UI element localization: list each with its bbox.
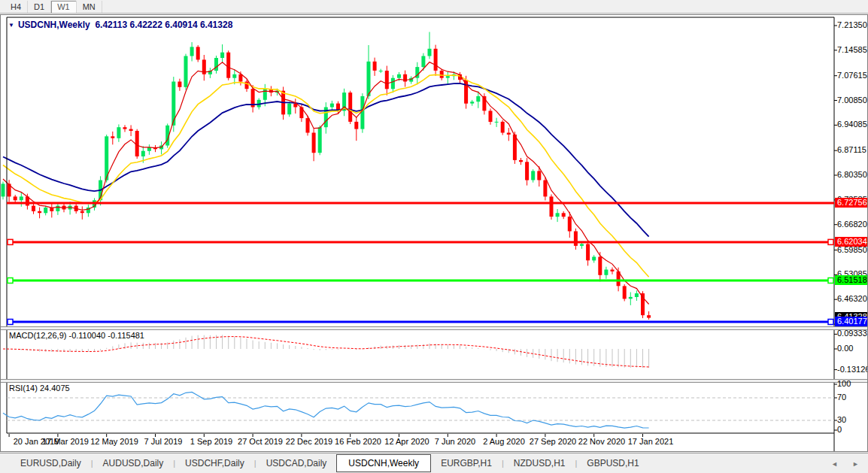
hline-marker[interactable]: [8, 320, 13, 325]
candle-body: [604, 270, 608, 275]
candle-body: [373, 62, 377, 71]
chart-tab-bar: EURUSD,Daily|AUDUSD,Daily|USDCHF,Daily|U…: [0, 453, 868, 473]
hline-price-badge: 6.51518: [835, 275, 868, 285]
candle-body: [354, 122, 358, 129]
rsi-axis-label: 70: [837, 393, 868, 402]
candle-body: [348, 92, 352, 122]
candle-body: [543, 180, 547, 197]
tab-scroll-left-icon[interactable]: ◄: [831, 460, 838, 468]
timeframe-toolbar: H4D1W1MN: [0, 0, 868, 14]
candle-body: [537, 171, 541, 180]
candle-body: [312, 133, 316, 153]
candle-body: [495, 122, 499, 123]
hline-marker[interactable]: [8, 239, 13, 244]
candle-body: [391, 78, 395, 89]
timeframe-button-h4[interactable]: H4: [5, 1, 28, 13]
tab-eurusd-daily[interactable]: EURUSD,Daily: [11, 455, 91, 471]
candle-body: [629, 297, 633, 299]
timeframe-button-d1[interactable]: D1: [28, 1, 51, 13]
chart-high-value: 6.42222: [129, 20, 162, 30]
macd-signal-line: [3, 337, 649, 367]
price-axis-label: 7.07615: [837, 71, 868, 80]
hline-marker[interactable]: [828, 239, 833, 244]
candle-body: [574, 232, 578, 246]
candle-body: [592, 257, 596, 261]
candle-body: [2, 183, 5, 196]
hline-marker[interactable]: [828, 278, 833, 283]
chart-title: ▼USDCNH,Weekly 6.42113 6.42222 6.40914 6…: [8, 20, 232, 30]
candle-body: [562, 213, 566, 217]
price-axis-label: 6.46320: [837, 294, 868, 304]
candle-body: [531, 171, 535, 180]
candle-body: [489, 111, 493, 122]
price-axis-label: 7.21350: [837, 20, 868, 30]
candle-body: [238, 74, 242, 82]
candle-body: [190, 47, 194, 56]
candle-body: [214, 58, 218, 71]
chart-symbol-label: USDCNH,Weekly: [18, 20, 90, 30]
candle-body: [141, 151, 145, 156]
macd-indicator-label: MACD(12,26,9) -0.110040 -0.115481: [9, 331, 144, 340]
candle-body: [226, 53, 230, 78]
candle-body: [232, 74, 236, 78]
candle-body: [367, 62, 371, 96]
chart-dropdown-icon[interactable]: ▼: [8, 22, 14, 29]
hline-price-badge: 6.72756: [835, 198, 868, 208]
pane-splitter-macd[interactable]: [1, 326, 867, 330]
candle-body: [14, 196, 17, 200]
candle-body: [550, 196, 554, 217]
candle-body: [580, 244, 584, 246]
hline-marker[interactable]: [828, 320, 833, 325]
candle-body: [611, 270, 615, 271]
candle-body: [464, 80, 468, 104]
candle-body: [80, 211, 84, 213]
price-axis-label: 6.94085: [837, 120, 868, 129]
rsi-axis-label: 100: [837, 379, 868, 389]
tab-audusd-daily[interactable]: AUDUSD,Daily: [93, 455, 174, 471]
rsi-axis-label: 30: [837, 415, 868, 425]
price-axis-label: 6.80350: [837, 170, 868, 180]
price-chart-canvas[interactable]: [1, 15, 868, 452]
candle-body: [428, 49, 432, 56]
candle-body: [129, 129, 133, 131]
price-axis-label: 7.14585: [837, 45, 868, 55]
candle-body: [635, 293, 639, 297]
macd-axis-label: 0.00: [837, 344, 868, 353]
candle-body: [306, 118, 310, 132]
candle-body: [379, 71, 383, 71]
tab-eurgbp-h1[interactable]: EURGBP,H1: [431, 455, 502, 471]
tab-usdcad-daily[interactable]: USDCAD,Daily: [256, 455, 337, 471]
candle-body: [623, 286, 627, 299]
date-axis-label: 17 Jan 2021: [617, 437, 684, 446]
macd-axis-label: 0.09333: [837, 329, 868, 338]
candle-body: [44, 208, 47, 213]
tab-usdchf-daily[interactable]: USDCHF,Daily: [175, 455, 254, 471]
candle-body: [519, 160, 523, 162]
candle-body: [568, 217, 572, 231]
candle-body: [525, 162, 529, 180]
candle-body: [598, 257, 602, 275]
tab-nzdusd-h1[interactable]: NZDUSD,H1: [504, 455, 575, 471]
candle-body: [501, 122, 505, 133]
chart-low-value: 6.40914: [165, 20, 197, 30]
candle-body: [330, 104, 334, 108]
tab-gbpusd-h1[interactable]: GBPUSD,H1: [577, 455, 648, 471]
timeframe-button-mn[interactable]: MN: [77, 1, 102, 13]
tab-scroll-right-icon[interactable]: ►: [852, 460, 859, 468]
hline-price-badge: 6.62034: [835, 237, 868, 247]
macd-axis-label: -0.131263: [837, 365, 868, 374]
candle-body: [421, 56, 425, 68]
price-axis-label: 6.66820: [837, 220, 868, 229]
candle-body: [586, 244, 590, 261]
candle-body: [299, 108, 303, 119]
candle-body: [32, 206, 35, 211]
candle-body: [440, 71, 444, 78]
tab-usdcnh-weekly[interactable]: USDCNH,Weekly: [336, 454, 431, 472]
candle-body: [476, 96, 480, 102]
pane-splitter-rsi[interactable]: [1, 379, 867, 383]
candle-body: [184, 56, 188, 87]
hline-marker[interactable]: [8, 278, 13, 283]
candle-body: [446, 76, 450, 77]
timeframe-button-w1[interactable]: W1: [51, 1, 77, 13]
candle-body: [220, 53, 224, 58]
